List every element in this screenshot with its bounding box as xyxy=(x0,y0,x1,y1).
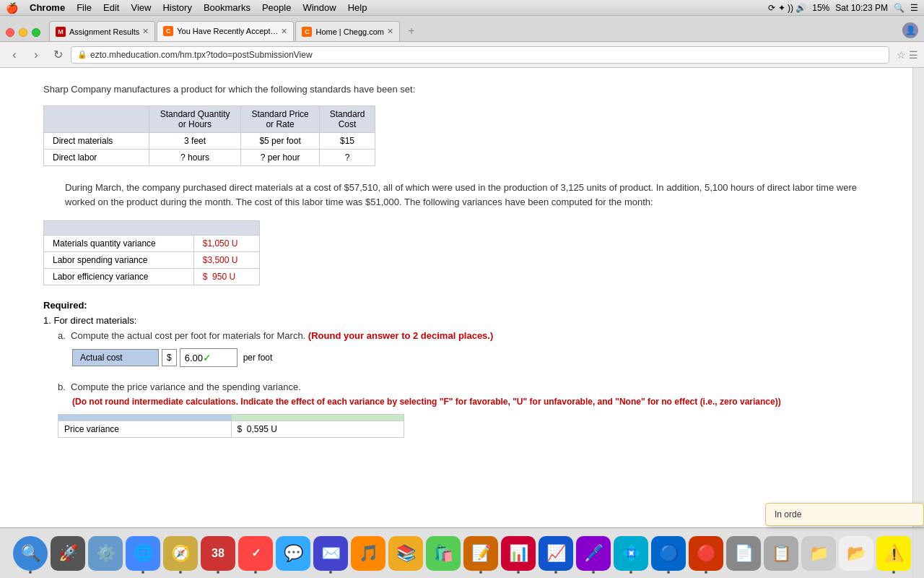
tab-close-3[interactable]: ✕ xyxy=(387,27,393,36)
part-b-label: b. Compute the price variance and the sp… xyxy=(58,381,881,392)
tab-close-1[interactable]: ✕ xyxy=(142,27,149,36)
page-content: Sharp Company manufactures a product for… xyxy=(0,68,910,473)
row-direct-materials-label: Direct materials xyxy=(44,132,149,149)
toolbar-right: ☆ ☰ xyxy=(897,49,918,61)
menu-history[interactable]: History xyxy=(162,2,191,13)
traffic-lights xyxy=(6,28,40,37)
tab-icon-m: M xyxy=(56,27,66,37)
answer-input-container[interactable]: 6.00 ✓ xyxy=(180,348,237,367)
table-row: Price variance $ 0,595 U xyxy=(58,421,404,438)
back-button[interactable]: ‹ xyxy=(6,46,23,64)
battery-status: 15% xyxy=(812,3,829,13)
tab-label-1: Assignment Results xyxy=(69,27,139,36)
part-b-header-2 xyxy=(231,415,404,421)
table-row: Materials quantity variance $1,050 U xyxy=(44,236,260,252)
row-direct-labor-cost: ? xyxy=(320,149,375,165)
tab-chegg-home[interactable]: C Home | Chegg.com ✕ xyxy=(295,21,400,41)
variance-label-2: Labor spending variance xyxy=(44,252,194,269)
part-b-header-1 xyxy=(58,415,232,421)
check-mark-icon: ✓ xyxy=(203,352,212,363)
tabs-bar: M Assignment Results ✕ C You Have Recent… xyxy=(0,16,924,42)
part-b-instruction: (Do not round intermediate calculations.… xyxy=(58,397,881,407)
table-row: Direct materials 3 feet $5 per foot $15 xyxy=(44,132,375,149)
row-direct-labor-qty: ? hours xyxy=(149,149,241,165)
tab-icon-c2: C xyxy=(302,27,312,37)
new-tab-button[interactable]: + xyxy=(401,21,422,41)
part-b: b. Compute the price variance and the sp… xyxy=(43,381,881,438)
standards-header-price: Standard Priceor Rate xyxy=(241,105,320,132)
menu-icon[interactable]: ☰ xyxy=(910,3,918,13)
lock-icon: 🔒 xyxy=(77,50,87,59)
menu-bookmarks[interactable]: Bookmarks xyxy=(204,2,250,13)
browser-chrome: M Assignment Results ✕ C You Have Recent… xyxy=(0,16,924,68)
menu-bar-icons: ⟳ ✦ )) 🔊 xyxy=(768,3,806,13)
menu-edit[interactable]: Edit xyxy=(103,2,119,13)
required-item-1: 1. For direct materials: xyxy=(43,315,881,326)
part-a-label: a. Compute the actual cost per foot for … xyxy=(58,330,881,341)
bookmark-button[interactable]: ☆ xyxy=(897,49,906,61)
row-direct-labor-price: ? per hour xyxy=(241,149,320,165)
table-row: Labor spending variance $3,500 U xyxy=(44,252,260,269)
close-button[interactable] xyxy=(6,28,14,37)
variance-value-2: $3,500 U xyxy=(193,252,259,269)
minimize-button[interactable] xyxy=(19,28,27,37)
part-a-instruction: (Round your answer to 2 decimal places.) xyxy=(308,330,493,341)
answer-value: 6.00 xyxy=(185,353,203,363)
intro-text: Sharp Company manufactures a product for… xyxy=(43,82,881,97)
menu-help[interactable]: Help xyxy=(348,2,367,13)
variances-table: Materials quantity variance $1,050 U Lab… xyxy=(43,220,260,285)
toolbar: ‹ › ↻ 🔒 ezto.mheducation.com/hm.tpx?todo… xyxy=(0,42,924,68)
variance-label-1: Materials quantity variance xyxy=(44,236,194,252)
part-b-table: Price variance $ 0,595 U xyxy=(58,414,404,438)
address-bar[interactable]: 🔒 ezto.mheducation.com/hm.tpx?todo=postS… xyxy=(71,46,889,64)
answer-row-a: Actual cost $ 6.00 ✓ per foot xyxy=(72,348,881,367)
row-direct-materials-price: $5 per foot xyxy=(241,132,320,149)
right-sidebar-scroll[interactable] xyxy=(912,68,924,473)
menu-bar-right: ⟳ ✦ )) 🔊 15% Sat 10:23 PM 🔍 ☰ xyxy=(768,3,918,13)
part-a: a. Compute the actual cost per foot for … xyxy=(43,330,881,367)
standards-table: Standard Quantityor Hours Standard Price… xyxy=(43,105,375,166)
part-a-text: Compute the actual cost per foot for mat… xyxy=(71,330,305,341)
tab-assignment-results[interactable]: M Assignment Results ✕ xyxy=(49,21,155,41)
menu-view[interactable]: View xyxy=(131,2,151,13)
tab-label-2: You Have Recently Accept… xyxy=(177,27,278,35)
menu-window[interactable]: Window xyxy=(302,2,336,13)
variance-value-1: $1,050 U xyxy=(193,236,259,252)
required-section: Required: 1. For direct materials: a. Co… xyxy=(43,300,881,438)
row-direct-labor-label: Direct labor xyxy=(44,149,149,165)
required-label: Required: xyxy=(43,300,881,311)
tab-recently-accept[interactable]: C You Have Recently Accept… ✕ xyxy=(157,21,294,41)
menu-file[interactable]: File xyxy=(77,2,92,13)
profile-avatar[interactable]: 👤 xyxy=(902,22,918,38)
menu-people[interactable]: People xyxy=(262,2,291,13)
menu-chrome[interactable]: Chrome xyxy=(30,2,65,13)
march-text: During March, the company purchased dire… xyxy=(43,181,881,211)
tab-icon-c1: C xyxy=(163,26,173,36)
refresh-button[interactable]: ↻ xyxy=(49,46,66,64)
address-text: ezto.mheducation.com/hm.tpx?todo=postSub… xyxy=(90,50,313,60)
dollar-sign: $ xyxy=(162,349,177,366)
table-row: Direct labor ? hours ? per hour ? xyxy=(44,149,375,165)
row-direct-materials-qty: 3 feet xyxy=(149,132,241,149)
menu-button[interactable]: ☰ xyxy=(909,49,918,61)
table-row: Labor efficiency variance $ 950 U xyxy=(44,269,260,285)
tab-label-3: Home | Chegg.com xyxy=(315,27,384,36)
apple-menu[interactable]: 🍎 xyxy=(6,2,18,14)
standards-header-qty: Standard Quantityor Hours xyxy=(149,105,241,132)
per-foot-label: per foot xyxy=(243,353,273,363)
price-variance-value: $ 0,595 U xyxy=(231,421,404,438)
forward-button[interactable]: › xyxy=(27,46,45,64)
tab-close-2[interactable]: ✕ xyxy=(281,27,287,36)
time-display: Sat 10:23 PM xyxy=(835,3,888,13)
menu-bar: 🍎 Chrome File Edit View History Bookmark… xyxy=(0,0,924,16)
variance-label-3: Labor efficiency variance xyxy=(44,269,194,285)
price-variance-label: Price variance xyxy=(58,421,232,438)
search-icon[interactable]: 🔍 xyxy=(894,3,905,13)
row-direct-materials-cost: $15 xyxy=(320,132,375,149)
maximize-button[interactable] xyxy=(32,28,40,37)
variance-value-3: $ 950 U xyxy=(193,269,259,285)
standards-header-cost: StandardCost xyxy=(320,105,375,132)
actual-cost-label: Actual cost xyxy=(72,349,159,366)
part-b-text: Compute the price variance and the spend… xyxy=(71,381,301,392)
